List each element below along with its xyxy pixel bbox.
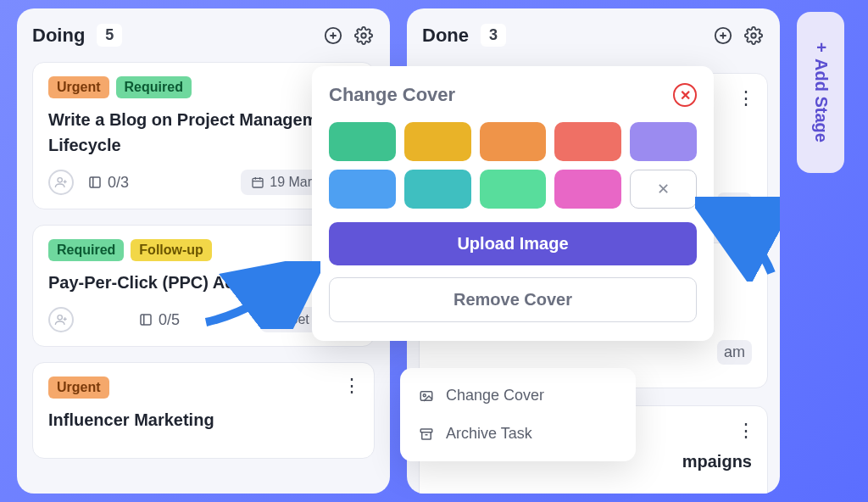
svg-rect-30 [420, 429, 432, 432]
color-swatch[interactable] [404, 170, 471, 209]
date-text: am [717, 340, 752, 365]
svg-point-29 [423, 393, 426, 396]
popover-title: Change Cover [329, 84, 455, 106]
column-title: Doing [32, 25, 85, 47]
svg-rect-7 [90, 177, 100, 187]
color-swatch[interactable] [329, 122, 396, 161]
color-swatches: ✕ [329, 122, 697, 209]
add-stage-button[interactable]: + Add Stage [797, 12, 844, 173]
gear-icon[interactable] [743, 25, 765, 47]
tag-required: Required [116, 76, 192, 98]
card-menu-icon[interactable]: ⋮ [737, 87, 755, 109]
color-swatch[interactable] [554, 170, 621, 209]
add-stage-label: + Add Stage [811, 42, 831, 143]
image-icon [419, 388, 434, 404]
column-count: 3 [481, 24, 506, 47]
svg-rect-9 [253, 178, 263, 187]
svg-point-3 [361, 33, 366, 38]
gear-icon[interactable] [353, 25, 375, 47]
add-card-icon[interactable] [712, 25, 734, 47]
subtask-count: 0/5 [138, 311, 180, 329]
subtask-count: 0/3 [87, 174, 129, 192]
column-title: Done [422, 25, 469, 47]
subtask-text: 0/3 [108, 174, 129, 192]
color-swatch[interactable] [480, 122, 547, 161]
color-swatch[interactable] [630, 122, 697, 161]
color-swatch[interactable] [480, 170, 547, 209]
no-color-swatch[interactable]: ✕ [630, 170, 697, 209]
archive-icon [419, 427, 434, 442]
card-title: Influencer Marketing [48, 407, 359, 432]
add-stage-text: Add Stage [811, 59, 831, 142]
tag-urgent: Urgent [48, 76, 109, 98]
assignee-icon[interactable] [48, 170, 74, 195]
popover-header: Change Cover ✕ [329, 83, 697, 107]
column-header: Done 3 [422, 24, 765, 47]
menu-archive-task[interactable]: Archive Task [403, 415, 632, 453]
tag-urgent: Urgent [48, 376, 109, 399]
change-cover-popover: Change Cover ✕ ✕ Upload Image Remove Cov… [312, 66, 714, 341]
color-swatch[interactable] [329, 170, 396, 209]
column-actions [712, 25, 765, 47]
svg-point-4 [58, 178, 62, 182]
card-menu-icon[interactable]: ⋮ [342, 375, 362, 397]
color-swatch[interactable] [554, 122, 621, 161]
column-count: 5 [97, 24, 122, 47]
plus-icon: + [811, 42, 831, 53]
column-actions [322, 25, 375, 47]
close-icon[interactable]: ✕ [673, 83, 697, 107]
menu-label: Change Cover [446, 387, 544, 404]
card-context-menu: Change Cover Archive Task [400, 368, 636, 461]
svg-point-25 [751, 33, 756, 38]
subtask-text: 0/5 [159, 311, 180, 329]
upload-image-button[interactable]: Upload Image [329, 222, 697, 265]
remove-cover-button[interactable]: Remove Cover [329, 277, 697, 322]
task-card[interactable]: ⋮ Urgent Influencer Marketing [32, 362, 375, 459]
menu-label: Archive Task [446, 425, 532, 443]
tag-row: Urgent [48, 376, 359, 399]
add-card-icon[interactable] [322, 25, 344, 47]
assignee-icon[interactable] [48, 307, 74, 332]
svg-rect-16 [141, 315, 151, 325]
menu-change-cover[interactable]: Change Cover [403, 376, 632, 415]
subtask-text: 0/4 [731, 491, 752, 494]
card-title-fragment: mpaigns [682, 452, 752, 471]
tag-followup: Follow-up [131, 239, 212, 261]
callout-arrow-right [695, 197, 780, 282]
column-header: Doing 5 [32, 24, 375, 47]
callout-arrow-left [202, 261, 320, 329]
card-menu-icon[interactable]: ⋮ [737, 420, 755, 442]
svg-point-13 [58, 315, 62, 320]
subtask-count: 0/4 [710, 491, 752, 494]
tag-required: Required [48, 239, 124, 261]
color-swatch[interactable] [404, 122, 471, 161]
